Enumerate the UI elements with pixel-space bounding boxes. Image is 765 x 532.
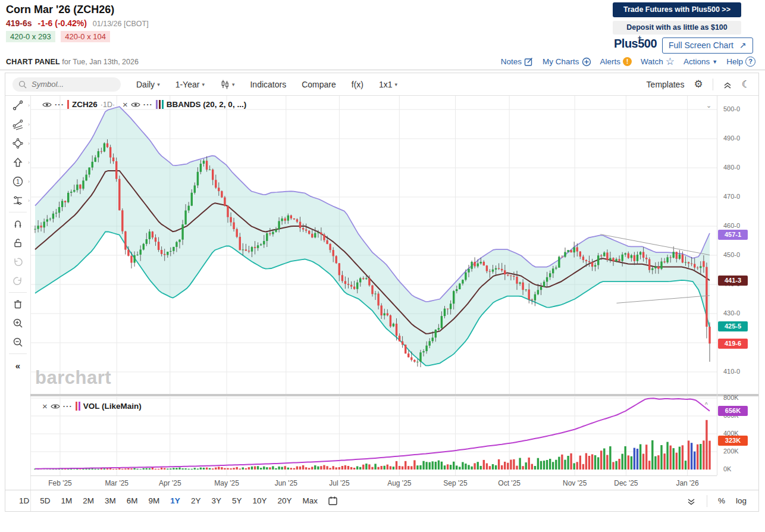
unlock-icon — [12, 237, 24, 249]
deposit-button[interactable]: Deposit with as little as $100 — [613, 21, 741, 35]
remove-volume-icon[interactable]: × — [42, 403, 48, 410]
range-3M[interactable]: 3M — [99, 495, 121, 506]
range-5D[interactable]: 5D — [35, 495, 55, 506]
measure-icon — [12, 195, 24, 206]
range-dropdown[interactable]: 1-Year▾ — [175, 80, 205, 89]
price-axis[interactable]: 500-0490-0480-0470-0460-0450-0440-0430-0… — [717, 96, 758, 394]
panel-separator[interactable] — [30, 394, 758, 396]
bid-ask-row: 420-0 x 293 420-0 x 104 — [6, 31, 114, 42]
price-chart[interactable] — [30, 96, 717, 394]
range-1D[interactable]: 1D — [14, 495, 35, 506]
range-6M[interactable]: 6M — [121, 495, 143, 506]
indicators-button[interactable]: Indicators — [250, 80, 286, 89]
alerts-link[interactable]: Alerts ! — [600, 57, 632, 66]
bb-lower-badge: 425-5 — [718, 321, 748, 331]
shapes-tool[interactable]: › — [5, 134, 30, 153]
grid-layout-dropdown[interactable]: 1x1▾ — [379, 80, 397, 89]
multiline-tool[interactable]: › — [5, 115, 30, 134]
quote-row: 419-6s -1-6 (-0.42%) 01/13/26 [CBOT] — [6, 18, 149, 28]
barchart-watermark: barchart — [35, 367, 111, 389]
help-link[interactable]: Help ? — [726, 57, 755, 67]
range-1Y[interactable]: 1Y — [165, 495, 186, 506]
bbands-color-chips — [156, 100, 164, 109]
legend-menu-dots[interactable]: ··· — [143, 100, 153, 109]
question-icon: ? — [745, 57, 755, 67]
range-5Y[interactable]: 5Y — [227, 495, 247, 506]
symbol-search-input[interactable] — [30, 79, 98, 89]
period-dropdown[interactable]: Daily▾ — [136, 80, 160, 89]
percent-scale-button[interactable]: % — [718, 496, 725, 505]
quote-date: 01/13/26 [CBOT] — [93, 20, 149, 28]
notes-link[interactable]: Notes — [501, 57, 534, 67]
my-charts-link[interactable]: My Charts — [543, 57, 591, 67]
divider — [713, 79, 713, 90]
volume-panel-collapse-icon[interactable]: ^ — [705, 402, 708, 408]
external-arrow-icon: ↗ — [739, 40, 747, 50]
volume-legend: × ··· VOL (LikeMain) — [42, 402, 142, 411]
eye-icon[interactable] — [51, 403, 60, 410]
actions-link[interactable]: Actions ▼ — [684, 57, 717, 66]
log-scale-button[interactable]: log — [736, 496, 747, 505]
month-label: Mar '25 — [98, 479, 136, 487]
month-label: Jan '26 — [669, 479, 707, 487]
trendline-tool[interactable]: › — [5, 96, 30, 115]
main-panel-collapse-icon[interactable]: ⌄ — [706, 102, 711, 109]
arrow-tool[interactable]: › — [5, 153, 30, 172]
measure-tool[interactable]: › — [5, 191, 30, 210]
range-1M[interactable]: 1M — [56, 495, 78, 506]
legend-menu-dots[interactable]: ··· — [63, 402, 73, 411]
volume-axis[interactable]: 800K600K400K200K0K656K323K — [717, 393, 758, 475]
range-3Y[interactable]: 3Y — [206, 495, 227, 506]
collapse-sidebar-button[interactable]: « — [5, 356, 30, 375]
delete-drawings[interactable] — [5, 295, 30, 314]
collapse-left-icon: « — [15, 361, 20, 371]
price-tick: 410-0 — [723, 368, 740, 375]
compare-button[interactable]: Compare — [302, 80, 336, 89]
chart-type-dropdown[interactable]: ▾ — [220, 79, 235, 89]
magnet-mode[interactable] — [5, 214, 30, 233]
range-2Y[interactable]: 2Y — [186, 495, 206, 506]
collapse-bottom-icon[interactable] — [686, 496, 696, 506]
range-Max[interactable]: Max — [297, 495, 323, 506]
templates-button[interactable]: Templates — [647, 80, 685, 89]
range-10Y[interactable]: 10Y — [247, 495, 272, 506]
collapse-toolbar-icon[interactable] — [723, 80, 732, 89]
range-20Y[interactable]: 20Y — [272, 495, 297, 506]
month-label: Feb '25 — [41, 479, 79, 487]
annotation-tool[interactable]: 1 › — [5, 172, 30, 191]
divider — [0, 70, 765, 70]
zoom-out-button[interactable] — [5, 333, 30, 352]
full-screen-chart-button[interactable]: Full Screen Chart ↗ — [662, 37, 753, 54]
arrow-up-icon — [12, 157, 24, 168]
price-tick: 460-0 — [723, 222, 740, 229]
settings-gear-icon[interactable]: ⚙ — [694, 78, 703, 90]
price-tick: 470-0 — [723, 193, 740, 200]
range-9M[interactable]: 9M — [143, 495, 165, 506]
divider — [9, 353, 27, 354]
trash-icon — [12, 298, 24, 310]
zoom-in-button[interactable] — [5, 314, 30, 333]
calendar-icon[interactable] — [328, 496, 338, 506]
redo-button[interactable] — [5, 271, 30, 290]
legend-menu-dots[interactable]: ··· — [55, 100, 64, 109]
eye-icon[interactable] — [131, 101, 140, 108]
notes-icon — [524, 57, 534, 67]
volume-color-chips — [76, 402, 80, 411]
symbol-search[interactable] — [12, 77, 121, 92]
undo-icon — [12, 256, 24, 268]
dark-mode-moon-icon[interactable]: ☾ — [742, 79, 750, 90]
series-color-chip — [67, 100, 69, 109]
chart-toolbar: Daily▾ 1-Year▾ ▾ Indicators Compare f(x)… — [5, 73, 758, 96]
trade-futures-button[interactable]: Trade Futures with Plus500 >> — [613, 2, 741, 17]
range-2M[interactable]: 2M — [77, 495, 99, 506]
lock-drawings[interactable] — [5, 233, 30, 252]
undo-button[interactable] — [5, 252, 30, 271]
divider — [707, 495, 707, 507]
zoom-out-icon — [12, 336, 24, 348]
fx-button[interactable]: f(x) — [352, 80, 363, 89]
remove-bbands-icon[interactable]: × — [123, 101, 128, 108]
chart-widget: Daily▾ 1-Year▾ ▾ Indicators Compare f(x)… — [5, 73, 759, 512]
time-axis[interactable]: Feb '25Mar '25Apr '25May '25Jun '25Jul '… — [30, 475, 717, 490]
watch-link[interactable]: Watch ☆ — [641, 57, 675, 66]
eye-icon[interactable] — [42, 101, 52, 108]
